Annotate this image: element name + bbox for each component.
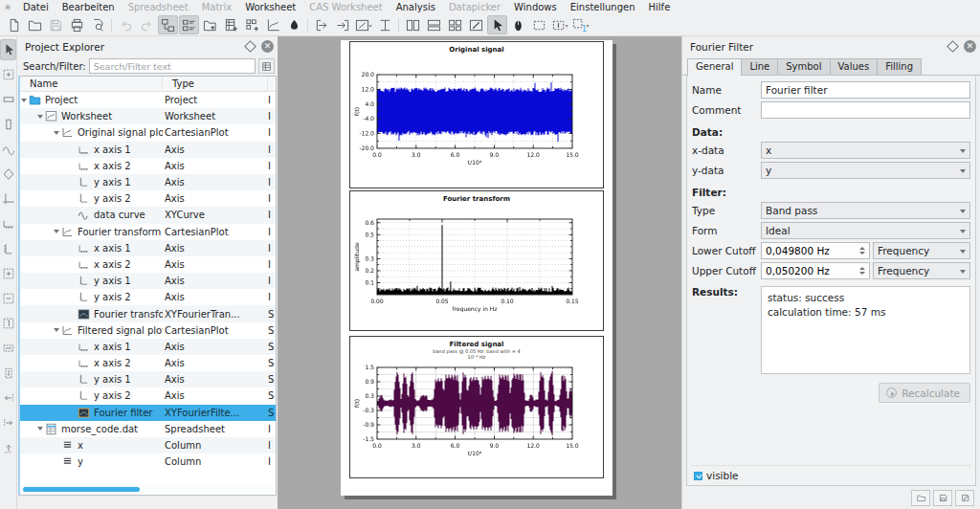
scrollbar-thumb[interactable] (23, 487, 140, 492)
tree-row-x-axis-1[interactable]: x axis 1 Axis I (20, 240, 276, 256)
lower-cutoff-unit-combobox[interactable]: Frequency (873, 242, 970, 259)
tab-general[interactable]: General (687, 58, 742, 76)
redo-button[interactable] (137, 15, 157, 34)
close-dock-icon[interactable]: ✕ (964, 40, 976, 53)
menu-einstellungen[interactable]: Einstellungen (564, 1, 642, 13)
shift-up-y-button[interactable] (0, 435, 16, 460)
add-y-axis-button[interactable] (0, 236, 16, 261)
filter-type-combobox[interactable]: Band pass (761, 202, 970, 219)
expander-icon[interactable] (53, 328, 60, 332)
search-filter-input[interactable] (89, 58, 256, 74)
comment-field[interactable] (761, 101, 970, 119)
zoom-mode-button[interactable] (508, 15, 528, 34)
add-legend-button[interactable] (0, 162, 16, 187)
vertical-layout-button[interactable] (403, 15, 423, 34)
tree-row-x-axis-2[interactable]: x axis 2 Axis I (20, 158, 276, 174)
zoom-in-plot-button[interactable] (0, 261, 16, 286)
name-field[interactable] (761, 81, 970, 99)
lower-cutoff-value[interactable] (762, 245, 858, 256)
lower-cutoff-spinbox[interactable] (761, 242, 870, 259)
tree-row-fourier-transform[interactable]: Fourier transform XYFourierTran... S (20, 305, 276, 321)
tree-row-x-axis-1[interactable]: x axis 1 Axis I (20, 142, 276, 158)
zoom-select-button[interactable] (0, 62, 16, 87)
menu-matrix[interactable]: Matrix (195, 1, 238, 13)
tree-row-y-axis-1[interactable]: y axis 1 Axis I (20, 174, 276, 190)
zoom-fit-button[interactable]: ▾ (354, 15, 374, 34)
tree-row-y-axis-2[interactable]: y axis 2 Axis I (20, 289, 276, 305)
menu-cas-worksheet[interactable]: CAS Worksheet (302, 1, 389, 13)
tab-symbol[interactable]: Symbol (777, 58, 830, 75)
tab-line[interactable]: Line (741, 58, 778, 75)
column-header-name[interactable]: Name (20, 77, 163, 92)
tree-row-x-axis-2[interactable]: x axis 2 Axis S (20, 355, 276, 371)
fit-selection-button[interactable] (375, 15, 395, 34)
filtered-signal-plot[interactable]: Filtered signal band pass @ 0.05 Hz, ban… (349, 336, 604, 478)
expander-icon[interactable] (36, 115, 44, 119)
crosshair-h-button[interactable] (0, 87, 16, 112)
break-layout-button[interactable] (466, 15, 486, 34)
menu-bearbeiten[interactable]: Bearbeiten (56, 1, 122, 13)
zoom-select-x-button[interactable] (0, 336, 16, 361)
new-document-button[interactable] (4, 15, 24, 34)
import-data-button[interactable] (312, 15, 332, 34)
menu-analysis[interactable]: Analysis (390, 1, 442, 13)
visible-checkbox[interactable] (694, 472, 702, 480)
filter-form-combobox[interactable]: Ideal (761, 222, 970, 239)
expander-icon[interactable] (36, 427, 44, 431)
filter-options-button[interactable] (258, 58, 275, 74)
float-dock-icon[interactable] (947, 40, 959, 53)
crosshair-v-button[interactable] (0, 112, 16, 137)
tree-row-y-axis-1[interactable]: y axis 1 Axis I (20, 273, 276, 289)
zoom-out-plot-button[interactable] (0, 286, 16, 311)
expander-icon[interactable] (53, 131, 60, 135)
worksheet-page[interactable]: Original signal Fourier transform Filter… (341, 40, 612, 496)
tree-row-y[interactable]: y Column I (20, 454, 276, 470)
add-x-axis-button[interactable] (0, 211, 16, 236)
menu-hilfe[interactable]: Hilfe (642, 1, 678, 13)
print-button[interactable] (67, 15, 87, 34)
save-button[interactable] (46, 15, 66, 34)
new-datapicker-button[interactable] (284, 15, 304, 34)
menu-windows[interactable]: Windows (507, 1, 564, 13)
tree-row-worksheet[interactable]: Worksheet Worksheet I (20, 108, 276, 124)
tree-row-x[interactable]: x Column I (20, 437, 276, 454)
tree-row-project[interactable]: Project Project I (20, 92, 276, 108)
original-signal-plot[interactable]: Original signal (349, 41, 604, 188)
tree-row-data-curve[interactable]: data curve XYCurve I (20, 207, 276, 223)
grid-layout-button[interactable] (445, 15, 465, 34)
menu-datei[interactable]: Datei (16, 1, 56, 13)
tree-row-fourier-transform-pl-[interactable]: Fourier transform pl... CartesianPlot I (20, 224, 276, 240)
upper-cutoff-value[interactable] (762, 265, 858, 277)
load-settings-button[interactable] (911, 490, 930, 506)
tree-row-x-axis-1[interactable]: x axis 1 Axis S (20, 339, 276, 355)
close-dock-icon[interactable]: ✕ (261, 40, 274, 53)
tab-filling[interactable]: Filling (877, 58, 922, 75)
menu-datapicker[interactable]: Datapicker (442, 1, 507, 13)
tree-row-x-axis-2[interactable]: x axis 2 Axis I (20, 256, 276, 273)
new-worksheet-button[interactable] (263, 15, 283, 34)
select-mode-button[interactable] (487, 15, 507, 34)
tree-horizontal-scrollbar[interactable] (21, 485, 275, 494)
zoom-select-y-button[interactable] (0, 361, 16, 386)
tree-row-y-axis-1[interactable]: y axis 1 Axis S (20, 371, 276, 387)
save-settings-button[interactable] (933, 490, 952, 506)
tree-row-original-signal-plot[interactable]: Original signal plot CartesianPlot I (20, 124, 276, 141)
undo-button[interactable] (116, 15, 136, 34)
menu-spreadsheet[interactable]: Spreadsheet (122, 1, 195, 13)
tab-values[interactable]: Values (830, 58, 879, 75)
new-spreadsheet-button[interactable] (221, 15, 241, 34)
fourier-transform-plot[interactable]: Fourier transform (349, 190, 604, 331)
tree-row-y-axis-2[interactable]: y axis 2 Axis S (20, 387, 276, 404)
recalculate-button[interactable]: Recalculate (879, 383, 970, 403)
select-region-button[interactable] (529, 15, 549, 34)
float-dock-icon[interactable] (244, 40, 256, 53)
add-curve-button[interactable] (0, 137, 16, 162)
new-folder-button[interactable] (200, 15, 220, 34)
print-preview-button[interactable] (88, 15, 108, 34)
open-folder-button[interactable] (25, 15, 45, 34)
expander-icon[interactable] (20, 99, 28, 102)
tree-row-morse-code-dat[interactable]: morse_code.dat Spreadsheet I (20, 421, 276, 437)
xdata-combobox[interactable]: x (761, 142, 970, 159)
zoom-original-button[interactable] (0, 311, 16, 336)
column-header-type[interactable]: Type (163, 77, 268, 92)
